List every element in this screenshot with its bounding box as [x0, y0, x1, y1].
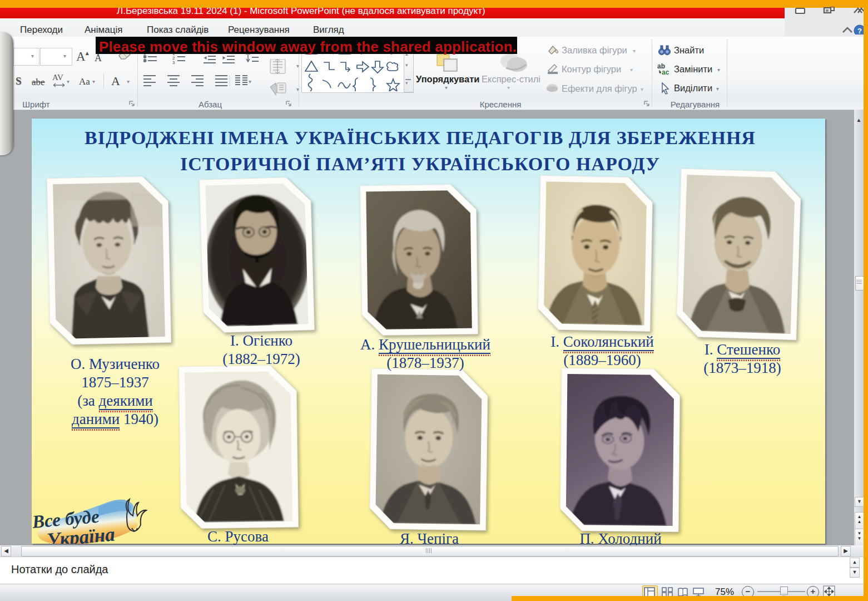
svg-text:3: 3 — [172, 60, 175, 65]
svg-text:?: ? — [857, 27, 862, 35]
svg-text:ac: ac — [662, 68, 669, 75]
